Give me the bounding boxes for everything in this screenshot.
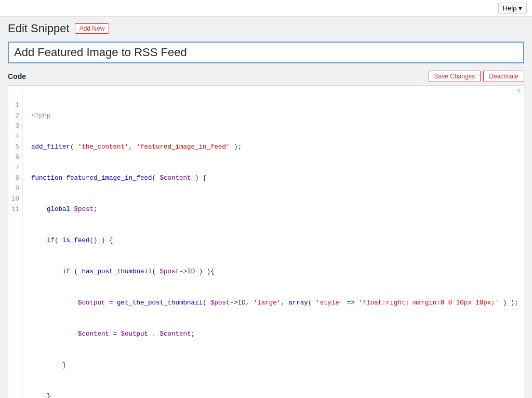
line-numbers: 12345 678910 11 [8,90,23,398]
snippet-name-input[interactable] [8,42,524,63]
save-changes-button-top[interactable]: Save Changes [429,71,481,82]
help-button[interactable]: Help ▾ [498,3,527,14]
code-help-icon[interactable]: ? [517,88,521,95]
code-section-header: Code Save Changes Deactivate [8,71,524,82]
code-editor[interactable]: 12345 678910 11 <?php add_filter( 'the_c… [8,86,524,398]
code-section-title: Code [8,72,26,81]
deactivate-button-top[interactable]: Deactivate [483,71,524,82]
add-new-button[interactable]: Add New [75,23,110,34]
page-title: Edit Snippet [8,22,70,35]
top-bar: Help ▾ [0,0,532,17]
code-editor-wrapper: 12345 678910 11 <?php add_filter( 'the_c… [8,85,524,398]
code-content[interactable]: <?php add_filter( 'the_content', 'featur… [27,90,524,398]
code-action-buttons: Save Changes Deactivate [429,71,524,82]
page-header: Edit Snippet Add New [8,22,524,35]
